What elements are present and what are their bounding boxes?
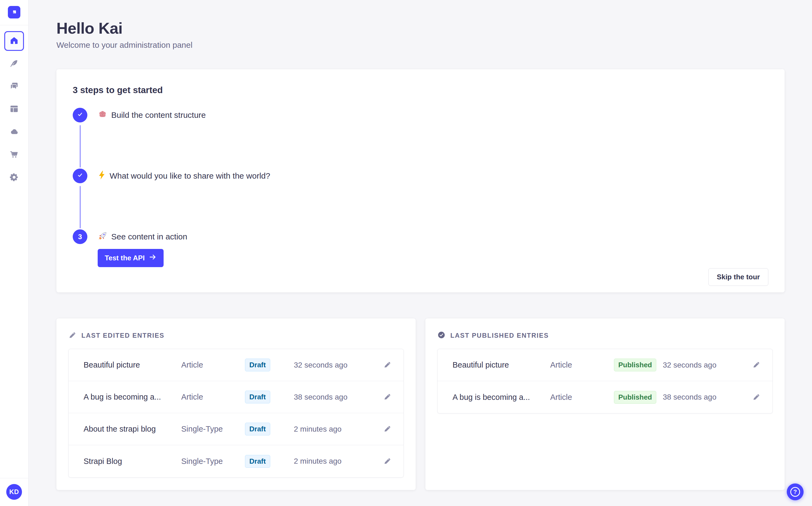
pencil-icon — [752, 398, 760, 402]
entries-section: LAST EDITED ENTRIES Beautiful picture Ar… — [57, 318, 785, 490]
sidebar-item-content-manager[interactable] — [4, 54, 24, 74]
zap-icon — [98, 170, 106, 182]
check-circle-icon — [437, 331, 445, 340]
sidebar-item-home[interactable] — [4, 31, 24, 51]
entry-type: Article — [550, 393, 614, 402]
main-content: Hello Kai Welcome to your administration… — [28, 0, 812, 506]
edit-entry-button[interactable] — [382, 359, 393, 371]
table-row[interactable]: Beautiful picture Article Draft 32 secon… — [69, 349, 403, 381]
media-library-icon — [9, 81, 19, 92]
rocket-icon — [98, 231, 107, 243]
onboarding-step-1: Build the content structure — [73, 108, 768, 169]
brain-icon — [98, 109, 107, 121]
help-button[interactable]: ? — [787, 484, 804, 500]
last-edited-header: LAST EDITED ENTRIES — [68, 331, 404, 340]
last-published-title: LAST PUBLISHED ENTRIES — [450, 332, 549, 339]
step-2-label: What would you like to share with the wo… — [110, 171, 270, 180]
step-3-label: See content in action — [111, 232, 187, 241]
entry-type: Single-Type — [181, 457, 245, 466]
entry-time: 2 minutes ago — [294, 457, 380, 466]
edit-entry-button[interactable] — [751, 391, 762, 403]
status-badge-cell: Draft — [245, 359, 294, 371]
entry-title: Strapi Blog — [84, 457, 181, 466]
sidebar-bottom: KD — [0, 478, 28, 506]
check-icon — [77, 172, 84, 180]
feather-icon — [9, 59, 19, 69]
onboarding-step-3: 3 See content in action — [73, 229, 768, 267]
strapi-logo-glyph — [10, 8, 18, 16]
last-published-panel: LAST PUBLISHED ENTRIES Beautiful picture… — [425, 318, 785, 490]
entry-title: Beautiful picture — [84, 360, 181, 369]
sidebar-item-media-library[interactable] — [4, 77, 24, 96]
onboarding-title: 3 steps to get started — [73, 85, 768, 95]
status-badge: Draft — [245, 423, 270, 435]
table-row[interactable]: Beautiful picture Article Published 32 s… — [438, 349, 773, 381]
layout-icon — [9, 104, 19, 114]
entry-time: 2 minutes ago — [294, 425, 380, 433]
check-icon — [77, 111, 84, 120]
edit-entry-button[interactable] — [382, 455, 393, 468]
status-badge-cell: Draft — [245, 455, 294, 468]
entry-time: 38 seconds ago — [663, 393, 748, 402]
cart-icon — [9, 150, 19, 160]
skip-row: Skip the tour — [73, 268, 768, 286]
step-1-done-circle — [73, 108, 87, 122]
entry-time: 32 seconds ago — [663, 361, 748, 369]
step-2-rail — [73, 169, 87, 229]
table-row[interactable]: A bug is becoming a... Article Published… — [438, 381, 773, 413]
strapi-logo[interactable] — [8, 6, 20, 18]
pencil-icon — [383, 365, 392, 369]
table-row[interactable]: A bug is becoming a... Article Draft 38 … — [69, 381, 403, 413]
status-badge: Draft — [245, 455, 270, 468]
home-icon — [9, 36, 19, 46]
last-edited-table: Beautiful picture Article Draft 32 secon… — [68, 349, 404, 478]
edit-entry-button[interactable] — [382, 423, 393, 435]
avatar[interactable]: KD — [6, 484, 22, 500]
sidebar-nav — [4, 25, 24, 188]
step-3-body: See content in action Test the API — [98, 229, 187, 267]
pencil-icon — [383, 462, 392, 466]
arrow-right-icon — [149, 253, 157, 263]
pencil-icon — [383, 429, 392, 433]
entry-time: 32 seconds ago — [294, 361, 380, 369]
edit-entry-button[interactable] — [382, 391, 393, 403]
entry-type: Article — [181, 393, 245, 402]
last-published-table: Beautiful picture Article Published 32 s… — [437, 349, 773, 413]
test-api-label: Test the API — [105, 254, 144, 262]
status-badge: Published — [614, 391, 656, 404]
sidebar-item-content-type-builder[interactable] — [4, 100, 24, 119]
step-1-title: Build the content structure — [98, 108, 206, 122]
last-edited-panel: LAST EDITED ENTRIES Beautiful picture Ar… — [57, 318, 416, 490]
page-title: Hello Kai — [57, 19, 785, 37]
page-subtitle: Welcome to your administration panel — [57, 40, 785, 50]
entry-title: A bug is becoming a... — [84, 393, 181, 402]
table-row[interactable]: Strapi Blog Single-Type Draft 2 minutes … — [69, 445, 403, 477]
pencil-icon — [383, 398, 392, 402]
sidebar-item-marketplace[interactable] — [4, 145, 24, 165]
sidebar-item-settings[interactable] — [4, 168, 24, 188]
step-1-label: Build the content structure — [111, 110, 206, 120]
step-1-rail — [73, 108, 87, 169]
status-badge-cell: Draft — [245, 423, 294, 435]
status-badge-cell: Published — [614, 391, 663, 404]
step-3-number: 3 — [78, 233, 82, 241]
sidebar-item-cloud[interactable] — [4, 122, 24, 142]
edit-entry-button[interactable] — [751, 359, 762, 371]
sidebar-divider-bottom — [0, 478, 28, 478]
status-badge: Draft — [245, 359, 270, 371]
test-api-button[interactable]: Test the API — [98, 249, 164, 267]
step-3-title: See content in action — [98, 229, 187, 244]
entry-time: 38 seconds ago — [294, 393, 380, 402]
entry-type: Article — [181, 360, 245, 369]
table-row[interactable]: About the strapi blog Single-Type Draft … — [69, 413, 403, 445]
onboarding-step-2: What would you like to share with the wo… — [73, 169, 768, 229]
entry-title: A bug is becoming a... — [452, 393, 550, 402]
step-connector — [80, 125, 81, 167]
step-2-done-circle — [73, 169, 87, 183]
status-badge: Published — [614, 359, 656, 371]
question-icon: ? — [790, 487, 800, 497]
skip-tour-button[interactable]: Skip the tour — [708, 268, 768, 286]
step-2-title: What would you like to share with the wo… — [98, 169, 270, 183]
entry-title: About the strapi blog — [84, 425, 181, 433]
sidebar: KD — [0, 0, 28, 506]
